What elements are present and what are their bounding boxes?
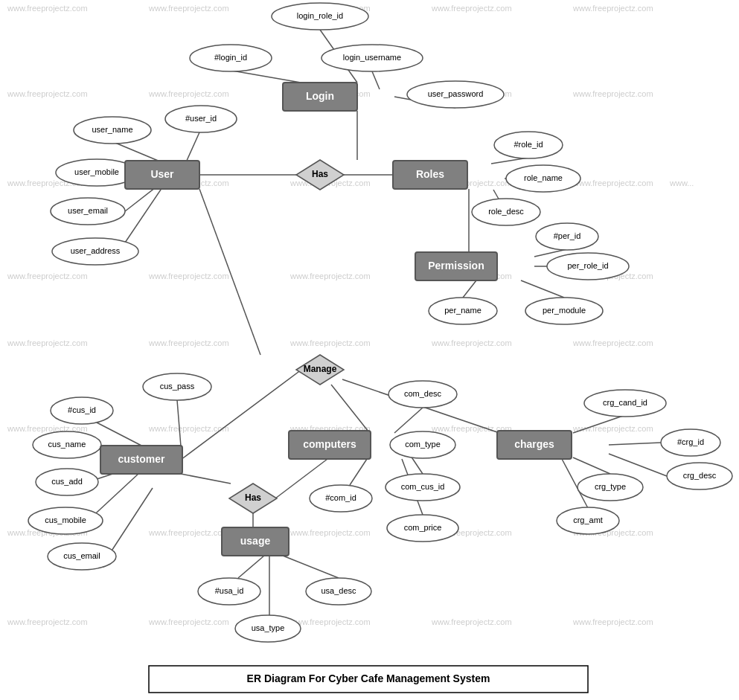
entity-charges-label: charges — [514, 438, 554, 450]
svg-text:www.freeprojectz.com: www.freeprojectz.com — [289, 528, 371, 537]
svg-text:www.freeprojectz.com: www.freeprojectz.com — [289, 617, 371, 626]
svg-text:www...: www... — [669, 179, 694, 187]
attr-cus-id-label: #cus_id — [68, 405, 96, 414]
attr-cus-pass-label: cus_pass — [160, 382, 195, 391]
attr-role-desc-label: role_desc — [488, 207, 524, 216]
svg-line-82 — [573, 457, 610, 474]
attr-user-name-label: user_name — [92, 125, 132, 134]
attr-crg-cand-id-label: crg_cand_id — [603, 398, 647, 407]
attr-cus-email-label: cus_email — [63, 551, 100, 560]
attr-per-name-label: per_name — [444, 306, 482, 315]
svg-text:www.freeprojectz.com: www.freeprojectz.com — [289, 338, 371, 347]
attr-per-module-label: per_module — [543, 306, 586, 315]
entity-customer-label: customer — [118, 453, 165, 465]
svg-text:www.freeprojectz.com: www.freeprojectz.com — [148, 528, 229, 537]
attr-crg-id-label: #crg_id — [677, 437, 704, 446]
attr-usa-desc-label: usa_desc — [321, 586, 356, 595]
attr-usa-id-label: #usa_id — [215, 586, 244, 595]
attr-user-mobile-label: user_mobile — [74, 167, 119, 176]
svg-text:www.freeprojectz.com: www.freeprojectz.com — [7, 338, 88, 347]
svg-text:www.freeprojectz.com: www.freeprojectz.com — [148, 424, 229, 433]
svg-text:www.freeprojectz.com: www.freeprojectz.com — [572, 89, 653, 98]
svg-line-60 — [463, 280, 476, 298]
svg-line-84 — [238, 556, 264, 578]
attr-cus-mobile-label: cus_mobile — [45, 516, 86, 524]
svg-line-74 — [394, 408, 423, 433]
attr-role-id-label: #role_id — [514, 140, 543, 149]
svg-text:www.freeprojectz.com: www.freeprojectz.com — [572, 338, 653, 347]
attr-com-type-label: com_type — [405, 440, 441, 449]
svg-line-61 — [521, 280, 564, 298]
attr-user-password-label: user_password — [428, 89, 484, 98]
svg-line-71 — [181, 474, 231, 484]
attr-per-role-id-label: per_role_id — [567, 261, 608, 270]
rel-has2-label: Has — [245, 492, 261, 503]
attr-login-username-label: login_username — [343, 53, 401, 62]
svg-text:www.freeprojectz.com: www.freeprojectz.com — [148, 272, 229, 280]
svg-line-78 — [350, 459, 367, 485]
attr-com-cus-id-label: com_cus_id — [401, 482, 445, 491]
attr-login-id-label: #login_id — [214, 53, 247, 62]
attr-role-name-label: role_name — [524, 173, 563, 182]
svg-line-65 — [177, 400, 181, 446]
attr-user-address-label: user_address — [71, 246, 121, 255]
svg-text:www.freeprojectz.com: www.freeprojectz.com — [572, 179, 653, 187]
svg-line-63 — [331, 385, 368, 431]
svg-text:www.freeprojectz.com: www.freeprojectz.com — [431, 617, 512, 626]
svg-line-49 — [186, 132, 199, 162]
svg-line-53 — [199, 189, 260, 355]
attr-crg-type-label: crg_type — [595, 482, 626, 491]
svg-text:www.freeprojectz.com: www.freeprojectz.com — [431, 4, 512, 13]
svg-text:www.freeprojectz.com: www.freeprojectz.com — [148, 89, 229, 98]
attr-com-price-label: com_price — [404, 523, 442, 532]
svg-line-80 — [609, 443, 661, 445]
svg-line-79 — [573, 415, 625, 433]
svg-text:www.freeprojectz.com: www.freeprojectz.com — [572, 4, 653, 13]
attr-com-id-label: #com_id — [325, 493, 356, 502]
svg-text:www.freeprojectz.com: www.freeprojectz.com — [431, 338, 512, 347]
diagram-title: ER Diagram For Cyber Cafe Management Sys… — [247, 672, 490, 684]
entity-permission-label: Permission — [428, 260, 484, 272]
attr-crg-desc-label: crg_desc — [683, 471, 717, 480]
svg-line-81 — [609, 454, 667, 476]
svg-text:www.freeprojectz.com: www.freeprojectz.com — [148, 617, 229, 626]
attr-crg-amt-label: crg_amt — [573, 516, 603, 524]
attr-com-desc-label: com_desc — [404, 389, 442, 398]
rel-manage-label: Manage — [304, 364, 337, 374]
attr-cus-add-label: cus_add — [51, 477, 83, 486]
attr-per-id-label: #per_id — [554, 231, 581, 240]
attr-usa-type-label: usa_type — [252, 623, 285, 632]
entity-login-label: Login — [306, 90, 334, 102]
entity-computers-label: computers — [303, 438, 356, 450]
svg-text:www.freeprojectz.com: www.freeprojectz.com — [7, 89, 88, 98]
attr-user-email-label: user_email — [68, 206, 108, 215]
svg-line-43 — [372, 71, 380, 89]
entity-usage-label: usage — [240, 535, 271, 547]
svg-text:www.freeprojectz.com: www.freeprojectz.com — [7, 272, 88, 280]
entity-user-label: User — [150, 168, 174, 180]
er-diagram: www.freeprojectz.com www.freeprojectz.co… — [0, 0, 739, 700]
svg-text:www.freeprojectz.com: www.freeprojectz.com — [7, 4, 88, 13]
svg-text:www.freeprojectz.com: www.freeprojectz.com — [572, 617, 653, 626]
svg-text:www.freeprojectz.com: www.freeprojectz.com — [148, 4, 229, 13]
entity-roles-label: Roles — [416, 168, 444, 180]
attr-user-id-label: #user_id — [185, 114, 217, 123]
svg-line-66 — [97, 423, 143, 446]
svg-text:www.freeprojectz.com: www.freeprojectz.com — [7, 617, 88, 626]
attr-cus-name-label: cus_name — [48, 440, 86, 449]
svg-line-70 — [108, 488, 153, 556]
rel-has-label: Has — [312, 169, 328, 179]
svg-line-85 — [283, 556, 339, 578]
svg-text:www.freeprojectz.com: www.freeprojectz.com — [148, 338, 229, 347]
attr-login-role-id-label: login_role_id — [297, 11, 343, 20]
svg-text:www.freeprojectz.com: www.freeprojectz.com — [289, 272, 371, 280]
